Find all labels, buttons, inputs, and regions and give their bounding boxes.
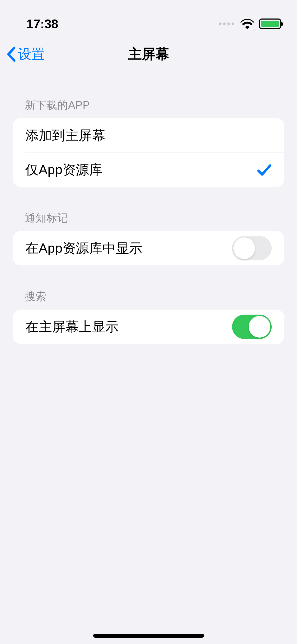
checkmark-icon [257, 163, 272, 177]
row-show-on-home-screen: 在主屏幕上显示 [13, 310, 284, 344]
row-show-in-app-library: 在App资源库中显示 [13, 231, 284, 265]
status-bar: 17:38 [0, 0, 297, 37]
page-title: 主屏幕 [128, 45, 169, 63]
section-notification-badges: 通知标记 在App资源库中显示 [0, 211, 297, 265]
navigation-bar: 设置 主屏幕 [0, 37, 297, 71]
section-search: 搜索 在主屏幕上显示 [0, 289, 297, 344]
chevron-left-icon [6, 46, 16, 62]
section-header-notification-badges: 通知标记 [0, 211, 297, 231]
home-indicator[interactable] [93, 634, 204, 638]
option-label: 添加到主屏幕 [25, 127, 105, 144]
status-indicators [219, 19, 281, 29]
row-label: 在App资源库中显示 [25, 240, 143, 257]
option-label: 仅App资源库 [25, 161, 102, 179]
group-newly-downloaded: 添加到主屏幕 仅App资源库 [13, 118, 284, 187]
row-label: 在主屏幕上显示 [25, 318, 119, 336]
wifi-icon [241, 19, 254, 29]
option-add-to-home-screen[interactable]: 添加到主屏幕 [13, 118, 284, 153]
section-newly-downloaded: 新下载的APP 添加到主屏幕 仅App资源库 [0, 98, 297, 187]
group-notification-badges: 在App资源库中显示 [13, 231, 284, 265]
back-button[interactable]: 设置 [6, 45, 45, 63]
group-search: 在主屏幕上显示 [13, 310, 284, 344]
section-header-newly-downloaded: 新下载的APP [0, 98, 297, 118]
cellular-dots-icon [219, 22, 234, 25]
toggle-show-on-home-screen[interactable] [232, 315, 272, 339]
battery-icon [259, 19, 281, 29]
back-label: 设置 [18, 45, 45, 63]
option-app-library-only[interactable]: 仅App资源库 [25, 153, 284, 187]
status-time: 17:38 [26, 17, 58, 31]
toggle-show-in-app-library[interactable] [232, 236, 272, 260]
section-header-search: 搜索 [0, 289, 297, 310]
